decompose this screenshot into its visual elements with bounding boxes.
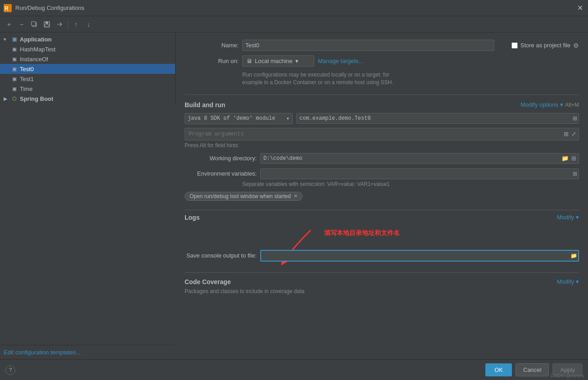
open-run-window-chip[interactable]: Open run/debug tool window when started … bbox=[185, 192, 303, 201]
code-coverage-title: Code Coverage bbox=[185, 278, 231, 285]
time-label: Time bbox=[20, 86, 32, 92]
store-as-project-file-checkbox[interactable] bbox=[511, 42, 518, 49]
test1-icon: ▣ bbox=[11, 75, 18, 82]
share-icon bbox=[56, 21, 63, 27]
bottom-bar: ? OK Cancel Apply bbox=[0, 359, 588, 380]
logs-title: Logs bbox=[185, 214, 199, 221]
name-input[interactable] bbox=[242, 40, 494, 51]
working-dir-icons: 📁 ⊞ bbox=[561, 155, 576, 162]
save-console-row: Save console output to file: 📁 bbox=[185, 250, 579, 266]
help-button[interactable]: ? bbox=[5, 365, 15, 375]
cancel-button[interactable]: Cancel bbox=[516, 363, 549, 376]
build-run-section-header: Build and run Modify options ▾ Alt+M bbox=[185, 99, 579, 109]
main-class-browse-icon[interactable]: ⊞ bbox=[573, 115, 577, 122]
local-machine-label: Local machine bbox=[255, 58, 293, 64]
working-dir-vars-icon[interactable]: ⊞ bbox=[571, 155, 576, 162]
prog-args-copy-icon[interactable]: ⊞ bbox=[564, 131, 569, 137]
app-icon: R bbox=[4, 4, 12, 12]
working-dir-label: Working directory: bbox=[185, 155, 257, 162]
chip-label: Open run/debug tool window when started bbox=[190, 193, 291, 199]
code-coverage-modify-label: Modify bbox=[557, 278, 574, 285]
logs-section-header: Logs Modify ▾ bbox=[185, 214, 579, 221]
ok-button[interactable]: OK bbox=[485, 363, 512, 376]
prog-args-icons: ⊞ ⤢ bbox=[564, 131, 576, 137]
sdk-value: java 8 SDK of 'demo' module bbox=[188, 115, 275, 122]
time-icon: ▣ bbox=[11, 85, 18, 92]
toolbar-separator bbox=[68, 20, 68, 28]
share-config-button[interactable] bbox=[54, 19, 65, 30]
build-run-title: Build and run bbox=[185, 101, 225, 109]
main-class-wrap: ⊞ bbox=[296, 113, 579, 124]
save-console-label: Save console output to file: bbox=[185, 252, 257, 259]
run-on-dropdown[interactable]: 🖥 Local machine ▾ bbox=[242, 55, 314, 67]
chip-remove-icon[interactable]: ✕ bbox=[294, 193, 298, 199]
svg-rect-6 bbox=[45, 25, 49, 27]
divider-1 bbox=[185, 95, 579, 95]
add-config-button[interactable]: + bbox=[4, 19, 14, 30]
chip-row: Open run/debug tool window when started … bbox=[185, 192, 579, 201]
instanceof-label: InstanceOf bbox=[20, 56, 48, 63]
name-row: Name: Store as project file ⚙ bbox=[185, 40, 579, 51]
save-console-browse-icon[interactable]: 📁 bbox=[570, 253, 577, 259]
working-dir-folder-icon[interactable]: 📁 bbox=[561, 155, 569, 162]
sidebar-item-test1[interactable]: ▣ Test1 bbox=[0, 74, 175, 84]
annotation-area: 填写本地目录地址和文件名 Save console output to file… bbox=[185, 226, 579, 266]
watermark: CSDN @ronety bbox=[550, 373, 584, 378]
sidebar-item-test0[interactable]: ▣ Test0 bbox=[0, 64, 175, 74]
store-gear-icon[interactable]: ⚙ bbox=[573, 42, 579, 49]
local-machine-icon: 🖥 bbox=[246, 58, 252, 64]
modify-shortcut: Alt+M bbox=[565, 102, 579, 108]
move-down-button[interactable]: ↓ bbox=[83, 19, 94, 30]
env-vars-row: Environment variables: ⊞ bbox=[185, 168, 579, 179]
code-coverage-header: Code Coverage Modify ▾ bbox=[185, 278, 579, 285]
modify-options-btn[interactable]: Modify options ▾ Alt+M bbox=[520, 101, 579, 108]
svg-rect-5 bbox=[45, 22, 48, 24]
save-console-input[interactable] bbox=[260, 250, 579, 262]
sdk-select[interactable]: java 8 SDK of 'demo' module ▾ bbox=[185, 113, 293, 124]
env-vars-input[interactable] bbox=[260, 168, 579, 179]
sidebar-wrapper: ▾ ▣ Application ▣ HashMapTest ▣ Instance… bbox=[0, 32, 176, 359]
code-coverage-modify-btn[interactable]: Modify ▾ bbox=[557, 278, 579, 285]
remove-config-button[interactable]: − bbox=[16, 19, 27, 30]
working-dir-input[interactable] bbox=[260, 153, 579, 164]
save-config-button[interactable] bbox=[41, 19, 52, 30]
hashmaptest-label: HashMapTest bbox=[20, 46, 55, 53]
sidebar: ▾ ▣ Application ▣ HashMapTest ▣ Instance… bbox=[0, 32, 176, 105]
springboot-arrow-icon: ▶ bbox=[4, 96, 9, 101]
sidebar-bottom: Edit configuration templates... bbox=[0, 345, 176, 359]
packages-hint: Packages and classes to include in cover… bbox=[185, 288, 579, 294]
move-up-button[interactable]: ↑ bbox=[71, 19, 81, 30]
instanceof-icon: ▣ bbox=[11, 55, 18, 63]
modify-options-label: Modify options bbox=[520, 101, 558, 108]
env-semicolon-hint: Separate variables with semicolon: VAR=v… bbox=[242, 181, 579, 187]
sidebar-item-application[interactable]: ▾ ▣ Application bbox=[0, 34, 175, 44]
env-vars-edit-icon[interactable]: ⊞ bbox=[573, 171, 577, 177]
copy-config-button[interactable] bbox=[29, 19, 40, 30]
manage-targets-link[interactable]: Manage targets... bbox=[318, 58, 363, 64]
main-class-input[interactable] bbox=[296, 113, 579, 124]
sidebar-item-springboot[interactable]: ▶ ⬡ Spring Boot bbox=[0, 94, 175, 104]
working-dir-row: Working directory: 📁 ⊞ bbox=[185, 153, 579, 164]
modify-options-chevron-icon: ▾ bbox=[560, 101, 563, 108]
run-description: Run configurations may be executed local… bbox=[242, 71, 579, 86]
logs-modify-chevron-icon: ▾ bbox=[576, 214, 579, 221]
test1-label: Test1 bbox=[20, 76, 34, 82]
title-bar: R Run/Debug Configurations ✕ bbox=[0, 0, 588, 16]
help-icon: ? bbox=[9, 366, 12, 373]
prog-args-expand-icon[interactable]: ⤢ bbox=[571, 131, 576, 137]
save-icon bbox=[44, 21, 50, 27]
close-button[interactable]: ✕ bbox=[575, 4, 584, 13]
right-panel: Name: Store as project file ⚙ Run on: 🖥 … bbox=[176, 32, 588, 359]
test0-label: Test0 bbox=[20, 66, 34, 72]
prog-args-wrap: ⊞ ⤢ bbox=[185, 128, 579, 140]
hashmaptest-icon: ▣ bbox=[11, 45, 18, 53]
toolbar: + − ↑ ↓ bbox=[0, 16, 588, 32]
program-args-input[interactable] bbox=[185, 128, 579, 140]
logs-modify-btn[interactable]: Modify ▾ bbox=[557, 214, 579, 221]
sidebar-item-hashmaptest[interactable]: ▣ HashMapTest bbox=[0, 44, 175, 54]
sidebar-item-time[interactable]: ▣ Time bbox=[0, 84, 175, 94]
edit-config-templates-link[interactable]: Edit configuration templates... bbox=[4, 349, 81, 356]
env-vars-label: Environment variables: bbox=[185, 170, 257, 177]
sidebar-item-instanceof[interactable]: ▣ InstanceOf bbox=[0, 54, 175, 64]
springboot-icon: ⬡ bbox=[11, 95, 18, 102]
